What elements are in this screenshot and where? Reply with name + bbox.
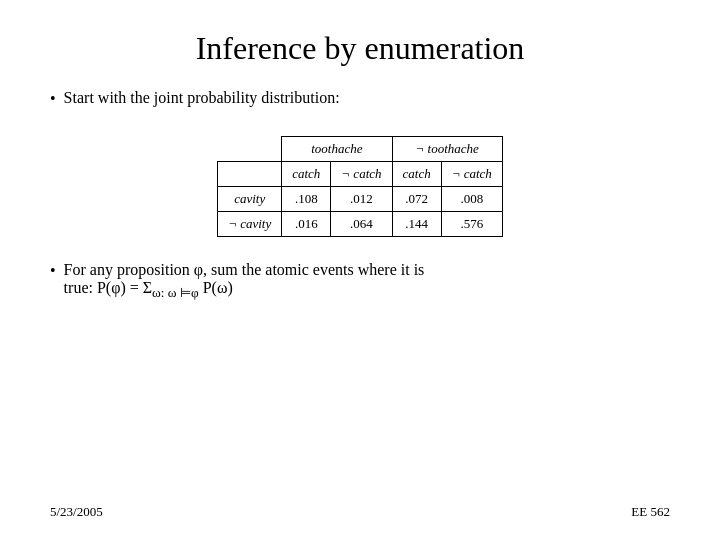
bullet-dot-2: • <box>50 262 56 280</box>
row-label-neg-cavity: ¬ cavity <box>218 212 282 237</box>
probability-table: toothache ¬ toothache catch ¬ catch catc… <box>217 136 503 237</box>
cell-negcavity-negcatch-tooth: .064 <box>331 212 392 237</box>
cell-cavity-negcatch-tooth: .012 <box>331 187 392 212</box>
cell-cavity-catch-tooth: .108 <box>282 187 331 212</box>
bullet-2-text: For any proposition φ, sum the atomic ev… <box>64 261 425 301</box>
bullet-dot-1: • <box>50 90 56 108</box>
row-label-cavity: cavity <box>218 187 282 212</box>
bullet-1-text: Start with the joint probability distrib… <box>64 89 340 107</box>
col-header-neg-toothache: ¬ toothache <box>392 137 502 162</box>
cell-cavity-catch-negtooth: .072 <box>392 187 441 212</box>
col-header-toothache: toothache <box>282 137 392 162</box>
cell-negcavity-negcatch-negtooth: .576 <box>441 212 502 237</box>
cell-cavity-negcatch-negtooth: .008 <box>441 187 502 212</box>
sub-header-catch-1: catch <box>282 162 331 187</box>
bullet-2: • For any proposition φ, sum the atomic … <box>50 261 670 301</box>
cell-negcavity-catch-tooth: .016 <box>282 212 331 237</box>
footer-course: EE 562 <box>631 504 670 520</box>
bullet-1: • Start with the joint probability distr… <box>50 89 670 108</box>
sub-header-catch-2: catch <box>392 162 441 187</box>
slide-title: Inference by enumeration <box>50 30 670 67</box>
footer-date: 5/23/2005 <box>50 504 103 520</box>
probability-table-container: toothache ¬ toothache catch ¬ catch catc… <box>50 136 670 237</box>
sub-header-neg-catch-1: ¬ catch <box>331 162 392 187</box>
cell-negcavity-catch-negtooth: .144 <box>392 212 441 237</box>
footer: 5/23/2005 EE 562 <box>50 494 670 520</box>
sub-header-neg-catch-2: ¬ catch <box>441 162 502 187</box>
